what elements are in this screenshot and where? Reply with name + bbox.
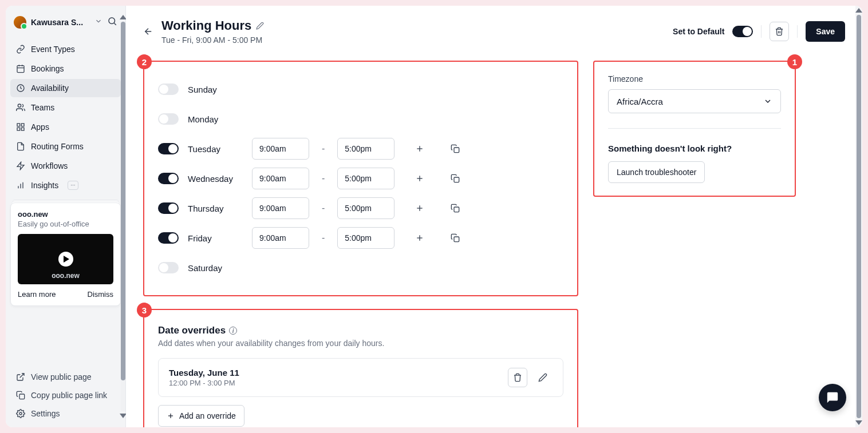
copy-icon xyxy=(451,233,460,243)
trash-icon xyxy=(775,27,784,36)
svg-point-18 xyxy=(19,412,22,415)
day-name: Tuesday xyxy=(188,144,243,154)
start-time-input[interactable]: 9:00am xyxy=(252,197,309,219)
override-item: Tuesday, June 11 12:00 PM - 3:00 PM xyxy=(158,358,563,397)
chevron-down-icon[interactable] xyxy=(94,17,102,27)
copy-times-button[interactable] xyxy=(446,229,464,247)
add-time-slot-button[interactable] xyxy=(411,199,429,217)
day-row-tuesday: Tuesday9:00am-5:00pm xyxy=(158,134,563,164)
svg-point-0 xyxy=(109,18,115,24)
edit-title-icon[interactable] xyxy=(256,18,264,33)
end-time-input[interactable]: 5:00pm xyxy=(337,227,394,249)
promo-title: ooo.new xyxy=(18,210,113,219)
nav-routing-forms[interactable]: Routing Forms xyxy=(10,137,121,156)
users-icon xyxy=(16,103,25,112)
day-name: Saturday xyxy=(188,263,243,273)
nav-label: Copy public page link xyxy=(31,391,107,400)
copy-public-link[interactable]: Copy public page link xyxy=(10,386,121,404)
end-time-input[interactable]: 5:00pm xyxy=(337,138,394,160)
annotation-badge-3: 3 xyxy=(137,303,152,317)
delete-override-button[interactable] xyxy=(508,368,527,387)
nav-event-types[interactable]: Event Types xyxy=(10,40,121,58)
add-time-slot-button[interactable] xyxy=(411,229,429,247)
nav-label: View public page xyxy=(31,372,92,382)
end-time-input[interactable]: 5:00pm xyxy=(337,197,394,219)
copy-icon xyxy=(16,391,25,400)
promo-learn-more[interactable]: Learn more xyxy=(18,290,56,299)
nav-apps[interactable]: Apps xyxy=(10,118,121,136)
set-default-toggle[interactable] xyxy=(732,26,753,37)
nav-workflows[interactable]: Workflows xyxy=(10,157,121,175)
start-time-input[interactable]: 9:00am xyxy=(252,227,309,249)
day-toggle-tuesday[interactable] xyxy=(158,143,179,154)
day-name: Wednesday xyxy=(188,174,243,184)
copy-times-button[interactable] xyxy=(446,169,464,188)
end-time-input[interactable]: 5:00pm xyxy=(337,168,394,189)
nav-label: Settings xyxy=(31,409,60,418)
day-name: Friday xyxy=(188,233,243,243)
edit-override-button[interactable] xyxy=(533,368,553,387)
start-time-input[interactable]: 9:00am xyxy=(252,168,309,189)
main-scrollbar[interactable] xyxy=(855,6,862,427)
page-title-text: Working Hours xyxy=(161,18,251,33)
back-arrow-icon[interactable] xyxy=(143,26,153,39)
bars-icon xyxy=(16,181,25,190)
day-name: Sunday xyxy=(188,85,243,94)
save-button[interactable]: Save xyxy=(806,21,845,42)
day-row-friday: Friday9:00am-5:00pm xyxy=(158,223,563,253)
scrollbar-thumb[interactable] xyxy=(857,15,861,418)
start-time-input[interactable]: 9:00am xyxy=(252,138,309,160)
chat-bubble-button[interactable] xyxy=(819,384,846,411)
copy-times-button[interactable] xyxy=(446,140,464,158)
username-label[interactable]: Kawusara S... xyxy=(31,18,90,27)
svg-rect-9 xyxy=(21,124,24,126)
nav-label: Event Types xyxy=(31,45,75,54)
day-name: Monday xyxy=(188,114,243,124)
nav-bookings[interactable]: Bookings xyxy=(10,59,121,78)
nav-label: Teams xyxy=(31,103,54,112)
scroll-down-icon xyxy=(855,420,862,425)
copy-icon xyxy=(451,144,460,153)
add-time-slot-button[interactable] xyxy=(411,169,429,188)
day-row-wednesday: Wednesday9:00am-5:00pm xyxy=(158,164,563,193)
day-toggle-monday[interactable] xyxy=(158,113,179,125)
time-dash: - xyxy=(318,173,328,184)
promo-video[interactable]: ooo.new xyxy=(18,234,113,284)
add-override-button[interactable]: Add an override xyxy=(158,405,244,427)
delete-schedule-button[interactable] xyxy=(770,22,789,41)
svg-rect-11 xyxy=(17,128,20,130)
day-toggle-wednesday[interactable] xyxy=(158,173,179,184)
topbar: Working Hours Tue - Fri, 9:00 AM - 5:00 … xyxy=(126,6,862,50)
day-toggle-friday[interactable] xyxy=(158,232,179,244)
day-name: Thursday xyxy=(188,204,243,213)
calendar-icon xyxy=(16,64,25,73)
day-row-thursday: Thursday9:00am-5:00pm xyxy=(158,193,563,223)
gear-icon xyxy=(16,409,25,418)
avatar[interactable] xyxy=(14,16,26,29)
day-toggle-sunday[interactable] xyxy=(158,84,179,95)
promo-dismiss[interactable]: Dismiss xyxy=(88,290,114,299)
search-icon[interactable] xyxy=(107,16,117,29)
overrides-title: Date overrides xyxy=(158,325,226,336)
play-icon xyxy=(58,252,73,267)
copy-times-button[interactable] xyxy=(446,199,464,217)
divider xyxy=(797,25,798,38)
launch-troubleshooter-button[interactable]: Launch troubleshooter xyxy=(608,161,705,183)
day-toggle-thursday[interactable] xyxy=(158,202,179,214)
nav-availability[interactable]: Availability xyxy=(10,79,121,97)
svg-rect-31 xyxy=(454,237,459,242)
nav-teams[interactable]: Teams xyxy=(10,98,121,117)
timezone-select[interactable]: Africa/Accra xyxy=(608,89,781,113)
working-hours-panel: 2 SundayMondayTuesday9:00am-5:00pmWednes… xyxy=(143,61,578,296)
day-row-saturday: Saturday xyxy=(158,253,563,283)
view-public-page[interactable]: View public page xyxy=(10,368,121,386)
info-icon[interactable]: i xyxy=(229,327,237,335)
nav-settings[interactable]: Settings xyxy=(10,404,121,423)
copy-icon xyxy=(451,174,460,183)
annotation-badge-1: 1 xyxy=(787,54,802,69)
nav-insights[interactable]: Insights ··· xyxy=(10,176,121,194)
scrollbar-thumb[interactable] xyxy=(121,22,125,380)
day-row-sunday: Sunday xyxy=(158,74,563,104)
add-time-slot-button[interactable] xyxy=(411,140,429,158)
day-toggle-saturday[interactable] xyxy=(158,262,179,273)
